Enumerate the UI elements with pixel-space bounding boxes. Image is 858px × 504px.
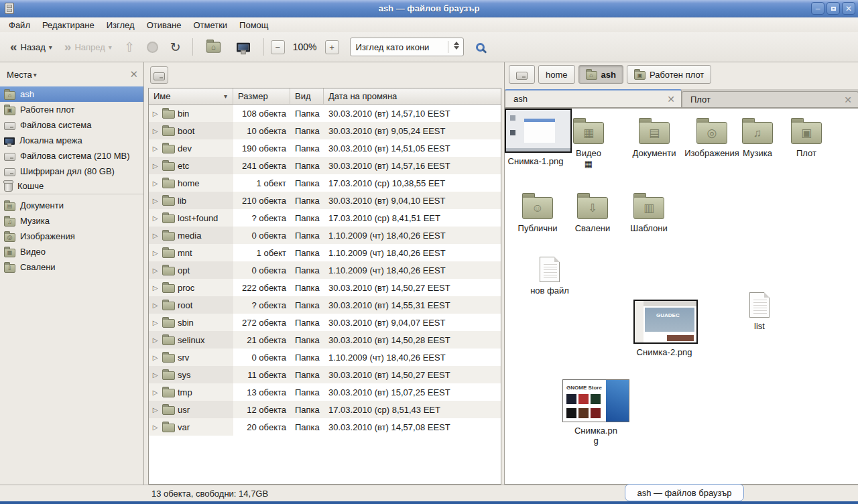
sidebar-item[interactable]: Музика [0, 213, 143, 229]
sidebar-close-icon[interactable]: ✕ [129, 68, 138, 80]
table-row[interactable]: ▷ usr 12 обекта Папка 17.03.2010 (ср) 8,… [149, 401, 501, 418]
file-icon-item[interactable]: Документи [623, 117, 685, 159]
sidebar-item[interactable]: Локална мрежа [0, 133, 143, 148]
file-icon-item[interactable]: Плот [776, 117, 837, 159]
maximize-button[interactable] [826, 2, 840, 15]
expander-icon[interactable]: ▷ [151, 284, 160, 292]
search-icon[interactable] [476, 43, 485, 52]
expander-icon[interactable]: ▷ [151, 424, 160, 431]
table-row[interactable]: ▷ opt 0 обекта Папка 1.10.2009 (чт) 18,4… [149, 261, 501, 279]
file-icon-item[interactable]: Шаблони [618, 192, 680, 234]
table-row[interactable]: ▷ home 1 обект Папка 17.03.2010 (ср) 10,… [149, 174, 501, 192]
tab[interactable]: Плот ✕ [682, 91, 858, 107]
up-button[interactable]: ⇧ [119, 36, 139, 58]
stop-button[interactable] [142, 38, 163, 56]
file-icon-item[interactable]: Снимка-1.png [505, 109, 566, 167]
menu-item[interactable]: Отметки [187, 19, 233, 32]
expander-icon[interactable]: ▷ [151, 406, 160, 414]
tab-close-icon[interactable]: ✕ [667, 94, 675, 105]
sidebar-item[interactable]: Работен плот [0, 102, 143, 117]
column-header-type[interactable]: Вид [290, 88, 324, 104]
expander-icon[interactable]: ▷ [151, 302, 160, 309]
sidebar-item[interactable]: Файлова система [0, 117, 143, 133]
forward-dropdown-icon[interactable]: ▾ [109, 44, 112, 51]
sidebar-item[interactable]: Кошче [0, 179, 143, 194]
close-button[interactable]: ✕ [842, 2, 855, 15]
expander-icon[interactable]: ▷ [151, 249, 160, 257]
menu-item[interactable]: Помощ [233, 19, 274, 32]
sidebar-item[interactable]: Шифриран дял (80 GB) [0, 164, 143, 179]
titlebar[interactable]: ash — файлов браузър – ✕ [0, 0, 858, 17]
menu-item[interactable]: Файл [3, 19, 36, 32]
table-row[interactable]: ▷ boot 10 обекта Папка 30.03.2010 (вт) 9… [149, 122, 501, 139]
table-row[interactable]: ▷ root ? обекта Папка 30.03.2010 (вт) 14… [149, 296, 501, 314]
expander-icon[interactable]: ▷ [151, 389, 160, 396]
reload-button[interactable]: ↻ [166, 36, 186, 58]
file-icon-item[interactable]: Свалени [562, 192, 623, 234]
expander-icon[interactable]: ▷ [151, 232, 160, 239]
sidebar-item[interactable]: Файлова система (210 MB) [0, 148, 143, 164]
menu-item[interactable]: Изглед [101, 19, 141, 32]
back-dropdown-icon[interactable]: ▾ [49, 44, 52, 51]
tab[interactable]: ash ✕ [505, 89, 682, 107]
column-header-date[interactable]: Дата на промяна [324, 88, 501, 104]
expander-icon[interactable]: ▷ [151, 267, 160, 274]
tab-close-icon[interactable]: ✕ [844, 94, 852, 105]
table-row[interactable]: ▷ sys 11 обекта Папка 30.03.2010 (вт) 14… [149, 366, 501, 383]
table-row[interactable]: ▷ sbin 272 обекта Папка 30.03.2010 (вт) … [149, 314, 501, 331]
file-icon-item[interactable]: Снимка-2.png [633, 300, 695, 358]
home-button[interactable] [200, 40, 227, 55]
breadcrumb-button[interactable]: Работен плот [627, 65, 711, 84]
expander-icon[interactable]: ▷ [151, 180, 160, 187]
file-icon-item[interactable]: Публични [507, 192, 568, 234]
sidebar-item[interactable]: Видео [0, 244, 143, 259]
computer-button[interactable] [230, 40, 257, 54]
table-row[interactable]: ▷ proc 222 обекта Папка 30.03.2010 (вт) … [149, 279, 501, 296]
expander-icon[interactable]: ▷ [151, 354, 160, 361]
file-icon-item[interactable]: Снимка.png [561, 379, 631, 446]
table-row[interactable]: ▷ tmp 13 обекта Папка 30.03.2010 (вт) 15… [149, 383, 501, 401]
sidebar-title[interactable]: Места ▾ [7, 70, 37, 80]
expander-icon[interactable]: ▷ [151, 197, 160, 204]
table-row[interactable]: ▷ var 20 обекта Папка 30.03.2010 (вт) 14… [149, 418, 501, 436]
column-header-size[interactable]: Размер [233, 88, 290, 104]
expander-icon[interactable]: ▷ [151, 110, 160, 117]
sidebar-item[interactable]: Изображения [0, 229, 143, 244]
back-button[interactable]: « Назад ▾ [5, 38, 57, 55]
table-row[interactable]: ▷ mnt 1 обект Папка 1.10.2009 (чт) 18,40… [149, 244, 501, 261]
zoom-out-button[interactable]: − [271, 40, 285, 54]
expander-icon[interactable]: ▷ [151, 336, 160, 344]
expander-icon[interactable]: ▷ [151, 162, 160, 170]
icon-view[interactable]: Видео Документи Изображения Музи [505, 108, 858, 485]
forward-button[interactable]: » Напред ▾ [60, 38, 117, 55]
sidebar-item[interactable]: Документи [0, 198, 143, 213]
column-header-name[interactable]: Име ▾ [149, 88, 233, 104]
taskbar-button[interactable]: ash — файлов браузър [625, 484, 744, 501]
table-row[interactable]: ▷ etc 241 обекта Папка 30.03.2010 (вт) 1… [149, 157, 501, 174]
menu-item[interactable]: Редактиране [36, 19, 101, 32]
expander-icon[interactable]: ▷ [151, 127, 160, 135]
root-location-button[interactable] [150, 66, 168, 84]
table-row[interactable]: ▷ srv 0 обекта Папка 1.10.2009 (чт) 18,4… [149, 349, 501, 366]
sidebar-item[interactable]: Свалени [0, 259, 143, 275]
breadcrumb-button[interactable]: ash [578, 65, 623, 84]
table-row[interactable]: ▷ lib 210 обекта Папка 30.03.2010 (вт) 9… [149, 192, 501, 209]
zoom-in-button[interactable]: + [325, 40, 339, 54]
table-row[interactable]: ▷ media 0 обекта Папка 1.10.2009 (чт) 18… [149, 227, 501, 244]
table-row[interactable]: ▷ selinux 21 обекта Папка 30.03.2010 (вт… [149, 331, 501, 349]
breadcrumb-button[interactable]: home [538, 65, 575, 84]
expander-icon[interactable]: ▷ [151, 145, 160, 152]
table-row[interactable]: ▷ dev 190 обекта Папка 30.03.2010 (вт) 1… [149, 139, 501, 157]
view-mode-select[interactable]: Изглед като икони [350, 38, 464, 56]
table-row[interactable]: ▷ lost+found ? обекта Папка 17.03.2010 (… [149, 209, 501, 227]
sidebar-dropdown-icon[interactable]: ▾ [34, 71, 37, 78]
expander-icon[interactable]: ▷ [151, 214, 160, 222]
menu-item[interactable]: Отиване [141, 19, 188, 32]
table-row[interactable]: ▷ bin 108 обекта Папка 30.03.2010 (вт) 1… [149, 105, 501, 122]
minimize-button[interactable]: – [811, 2, 824, 15]
file-icon-item[interactable]: нов файл [516, 254, 583, 296]
expander-icon[interactable]: ▷ [151, 319, 160, 326]
expander-icon[interactable]: ▷ [151, 371, 160, 379]
file-icon-item[interactable]: list [725, 290, 794, 332]
sidebar-item[interactable]: ash [0, 86, 143, 102]
